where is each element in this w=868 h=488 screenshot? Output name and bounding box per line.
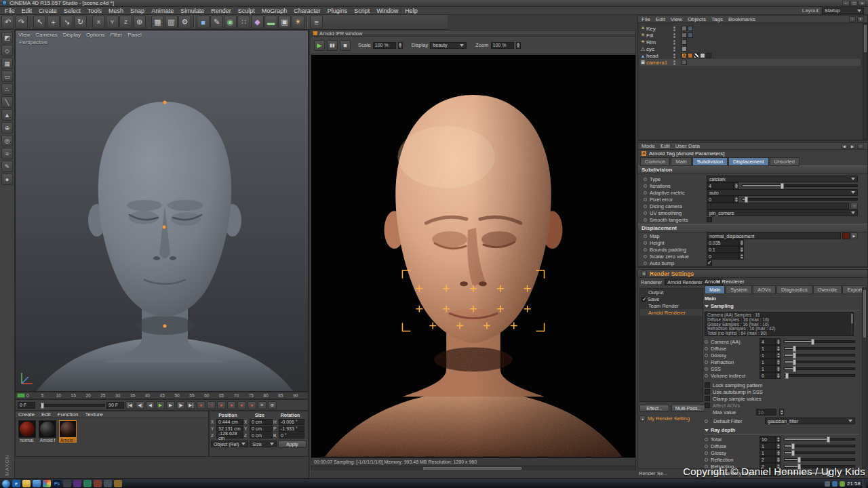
attr-menu-edit[interactable]: Edit xyxy=(660,143,670,149)
play-button[interactable]: ▶ xyxy=(156,401,165,409)
ray-reflection-stepper[interactable] xyxy=(776,456,781,463)
diffuse-stepper[interactable] xyxy=(776,345,781,352)
menu-mograph[interactable]: MoGraph xyxy=(258,7,291,14)
size-x-field[interactable]: 0 cm xyxy=(250,419,273,425)
record-keyframe-button[interactable]: ● xyxy=(197,401,205,409)
keyframe-dot-icon[interactable] xyxy=(644,255,647,258)
check-row-lock-sampling[interactable]: Lock sampling pattern xyxy=(705,382,859,388)
frame-end-field[interactable]: 90 F xyxy=(106,402,124,409)
om-vertical-scrollbar[interactable] xyxy=(863,23,867,140)
camera-aa-stepper[interactable] xyxy=(776,338,781,345)
display-options-button[interactable]: ≡ xyxy=(310,16,323,28)
goto-end-button[interactable]: ▶| xyxy=(186,401,195,409)
menu-script[interactable]: Script xyxy=(351,7,373,14)
om-menu-view[interactable]: View xyxy=(671,16,682,22)
ipr-stop-button[interactable]: ■ xyxy=(340,40,351,51)
visibility-dots[interactable] xyxy=(673,40,675,45)
previous-frame-button[interactable]: ◀ xyxy=(146,401,155,409)
ray-reflection-slider[interactable] xyxy=(784,458,855,461)
timeline-ruler[interactable]: 0 5 10 15 20 25 30 35 40 45 50 55 60 65 … xyxy=(15,392,309,399)
rs-tab-main[interactable]: Main xyxy=(705,285,725,294)
record-parameter-toggle[interactable]: ● xyxy=(248,401,256,409)
menu-edit[interactable]: Edit xyxy=(18,7,36,14)
menu-select[interactable]: Select xyxy=(60,7,84,14)
snapping-icon[interactable]: ≡ xyxy=(1,148,13,159)
texture-mode-icon[interactable]: ▦ xyxy=(1,58,13,69)
workplane-mode-icon[interactable]: ▭ xyxy=(1,70,13,82)
ray-diffuse-field[interactable]: 1 xyxy=(760,443,776,449)
tab-common[interactable]: Common xyxy=(640,157,670,166)
volume-slider[interactable] xyxy=(784,374,855,377)
object-row-camera1-selected[interactable]: ▣ camera1 xyxy=(639,59,861,66)
tag-icon[interactable] xyxy=(688,26,693,31)
playback-options-button[interactable]: ≡ xyxy=(258,401,267,409)
keyframe-dot-icon[interactable] xyxy=(644,184,647,188)
ipr-horizontal-scrollbar[interactable] xyxy=(311,466,635,470)
taskbar-media-player-icon[interactable] xyxy=(33,480,41,487)
taskbar-app-icon[interactable] xyxy=(94,480,102,487)
coordinate-system-button[interactable]: ⊕ xyxy=(133,16,146,28)
object-name[interactable]: Key xyxy=(646,26,656,32)
material-thumbnail[interactable] xyxy=(18,420,36,438)
keyframe-dot-icon[interactable] xyxy=(644,218,647,222)
edges-mode-icon[interactable]: ╲ xyxy=(1,96,13,108)
om-search-icon[interactable]: ○ xyxy=(849,16,856,22)
rotation-h-field[interactable]: -0.006 ° xyxy=(279,419,304,425)
keyframe-dot-icon[interactable] xyxy=(644,211,647,215)
redo-icon[interactable]: ↷ xyxy=(15,16,28,28)
visibility-dots[interactable] xyxy=(673,60,675,65)
taskbar-chrome-icon[interactable] xyxy=(43,480,51,487)
keyframe-dot-icon[interactable] xyxy=(705,458,708,462)
tab-subdivision[interactable]: Subdivision xyxy=(692,157,728,166)
add-cube-primitive-button[interactable]: ■ xyxy=(197,16,210,28)
refraction-slider[interactable] xyxy=(784,361,855,363)
max-value-field[interactable]: 10 xyxy=(756,409,776,415)
floor-environment-button[interactable]: ▬ xyxy=(264,16,277,28)
rotation-b-field[interactable]: 0 ° xyxy=(279,432,304,439)
current-frame-marker[interactable] xyxy=(17,393,25,398)
om-scrollbar-thumb[interactable] xyxy=(864,25,867,52)
rs-scrollbar-thumb[interactable] xyxy=(863,290,866,338)
uv-smoothing-dropdown[interactable]: pin_corners xyxy=(707,209,858,216)
lock-sampling-checkbox[interactable] xyxy=(705,382,710,388)
material-thumbnail[interactable] xyxy=(59,420,77,438)
type-dropdown[interactable]: catclark xyxy=(707,176,858,182)
goto-start-button[interactable]: |◀ xyxy=(125,401,134,409)
keyframe-dot-icon[interactable] xyxy=(705,451,708,455)
record-scale-toggle[interactable]: ● xyxy=(227,401,236,409)
keyframe-dot-icon[interactable] xyxy=(705,374,708,378)
rs-tab-override[interactable]: Override xyxy=(813,285,842,294)
ray-total-stepper[interactable] xyxy=(776,436,781,443)
size-z-field[interactable]: 0 cm xyxy=(250,432,273,439)
camera-aa-field[interactable]: 4 xyxy=(760,338,776,345)
menu-snap[interactable]: Snap xyxy=(127,7,148,14)
visibility-dots[interactable] xyxy=(673,54,675,58)
texture-swatch[interactable] xyxy=(842,232,850,239)
render-preset-name[interactable]: My Render Setting xyxy=(648,415,690,422)
tab-main[interactable]: Main xyxy=(671,157,691,166)
lock-x-axis-button[interactable]: X xyxy=(92,16,105,28)
taskbar-app-icon[interactable] xyxy=(73,480,81,487)
mat-menu-texture[interactable]: Texture xyxy=(85,411,103,418)
visibility-dots[interactable] xyxy=(673,26,675,31)
uvw-tag-icon[interactable] xyxy=(700,53,705,58)
dicing-camera-link-field[interactable] xyxy=(707,203,849,209)
tab-unsorted[interactable]: Unsorted xyxy=(770,157,800,166)
keyframe-dot-icon[interactable] xyxy=(644,191,647,195)
taskbar-c4d-icon[interactable] xyxy=(63,480,71,487)
attr-lock-icon[interactable]: ○ xyxy=(857,144,864,149)
taskbar-app-icon[interactable] xyxy=(104,480,112,487)
taskbar-photoshop-icon[interactable]: Ps xyxy=(53,480,61,487)
glossy-stepper[interactable] xyxy=(776,352,781,359)
taskbar-app-icon[interactable] xyxy=(114,480,122,487)
effect-button[interactable]: Effect... xyxy=(639,405,669,412)
object-name[interactable]: cyc xyxy=(646,46,654,52)
volume-indirect-field[interactable]: 0 xyxy=(760,372,776,379)
record-position-toggle[interactable]: ● xyxy=(217,401,226,409)
check-row-clamp-samples[interactable]: Clamp sample values xyxy=(705,395,859,402)
taskbar-clock[interactable]: 21:58 xyxy=(847,481,861,487)
default-filter-dropdown[interactable]: gaussian_filter xyxy=(765,418,855,424)
auto-bump-checkbox[interactable] xyxy=(707,260,712,266)
sculpt-tool-icon[interactable]: ✎ xyxy=(1,161,13,172)
lock-y-axis-button[interactable]: Y xyxy=(106,16,119,28)
